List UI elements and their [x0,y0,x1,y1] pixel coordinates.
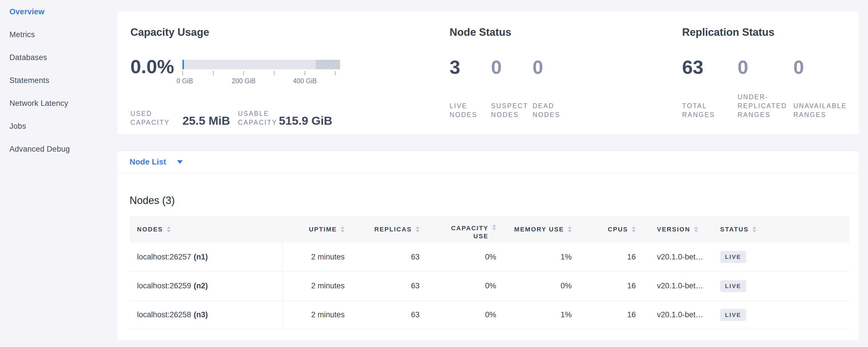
column-header-capacity-use[interactable]: CAPACITY USE [430,216,506,243]
status-cell: LIVE [716,272,849,301]
sort-icon[interactable] [694,226,698,232]
capacity-axis-labels: 0 GiB 200 GiB 400 GiB [183,77,340,86]
status-cell: LIVE [716,243,849,272]
sort-icon[interactable] [341,226,345,232]
version-cell: v20.1.0-bet… [646,272,716,301]
memory-use-cell: 0% [506,272,582,301]
node-address-cell: localhost:26257(n1) [129,243,282,272]
replication-status-section: Replication Status 63 0 0 TOTAL RANGES U… [682,26,859,134]
sort-icon[interactable] [492,224,496,230]
usable-capacity-value: 515.9 GiB [279,115,332,127]
column-header-cpus[interactable]: CPUS [582,216,646,243]
status-cell: LIVE [716,301,849,329]
sort-icon[interactable] [167,226,171,232]
nodes-table-header-row: NODES UPTIME REPLICAS CAPACITY USE MEMOR [129,216,849,243]
cluster-summary-panel: Capacity Usage 0.0% [117,11,860,134]
node-list-panel: Node List Nodes (3) NODES UPTIME [117,151,860,340]
node-address-cell: localhost:26259(n2) [129,272,282,301]
usable-capacity-label: USABLE CAPACITY [238,109,279,127]
node-address: localhost:26258 [137,310,191,319]
cpus-cell: 16 [582,301,646,329]
uptime-cell: 2 minutes [282,301,355,329]
capacity-usage-title: Capacity Usage [130,26,450,39]
capacity-usage-section: Capacity Usage 0.0% [130,26,450,134]
total-ranges-label: TOTAL RANGES [682,101,715,119]
replicas-cell: 63 [355,301,430,329]
replication-stats: 63 0 0 TOTAL RANGES UNDER- REPLICATED RA… [682,57,859,119]
capacity-use-cell: 0% [430,243,506,272]
nodes-count-heading: Nodes (3) [129,194,848,207]
column-label: UPTIME [309,226,337,233]
status-badge: LIVE [720,251,746,263]
node-name: (n1) [194,253,208,261]
dead-nodes-value: 0 [532,57,682,77]
sort-icon[interactable] [632,226,636,232]
node-row-n2: localhost:26259(n2) 2 minutes 63 0% 0% 1… [129,272,849,301]
node-status-section: Node Status 3 0 0 LIVE NODES SUSPECT NOD… [450,26,682,134]
node-list-dropdown-label[interactable]: Node List [129,157,166,166]
node-list-body: Nodes (3) NODES UPTIME RE [117,194,859,329]
sidebar-item-databases[interactable]: Databases [0,46,117,69]
sidebar-item-statements[interactable]: Statements [0,69,117,92]
sidebar: Overview Metrics Databases Statements Ne… [0,0,117,347]
column-header-replicas[interactable]: REPLICAS [355,216,430,243]
memory-use-cell: 1% [506,301,582,329]
cpus-cell: 16 [582,243,646,272]
uptime-cell: 2 minutes [282,272,355,301]
capacity-bar-used-segment [183,60,184,69]
node-address: localhost:26259 [137,282,191,290]
column-label: VERSION [657,226,690,233]
column-header-memory-use[interactable]: MEMORY USE [506,216,582,243]
sidebar-item-network-latency[interactable]: Network Latency [0,92,117,115]
capacity-gauge: 0.0% 0 GiB [130,56,450,86]
sort-icon[interactable] [752,226,756,232]
node-list-dropdown[interactable]: Node List [117,151,859,173]
column-label: MEMORY USE [514,226,564,233]
column-header-version[interactable]: VERSION [646,216,716,243]
live-nodes-value: 3 [450,57,491,77]
version-cell: v20.1.0-bet… [646,243,716,272]
node-address-cell: localhost:26258(n3) [129,301,282,329]
status-badge: LIVE [720,280,746,292]
node-row-n3: localhost:26258(n3) 2 minutes 63 0% 1% 1… [129,301,849,329]
unavailable-ranges-value: 0 [793,57,859,77]
column-header-nodes[interactable]: NODES [129,216,282,243]
memory-use-cell: 1% [506,243,582,272]
column-label: NODES [137,226,163,233]
node-name: (n2) [194,282,208,290]
capacity-bar-track [183,60,340,69]
dead-nodes-label: DEAD NODES [532,101,560,119]
cpus-cell: 16 [582,272,646,301]
column-header-uptime[interactable]: UPTIME [282,216,355,243]
live-nodes-label: LIVE NODES [450,101,477,119]
sort-icon[interactable] [568,226,572,232]
chevron-down-icon[interactable] [177,160,183,164]
status-badge: LIVE [720,309,746,321]
total-ranges-value: 63 [682,57,738,77]
nodes-table: NODES UPTIME REPLICAS CAPACITY USE MEMOR [129,216,849,329]
node-row-n1: localhost:26257(n1) 2 minutes 63 0% 1% 1… [129,243,849,272]
axis-label-0: 0 GiB [177,77,193,85]
replicas-cell: 63 [355,272,430,301]
column-header-status[interactable]: STATUS [716,216,849,243]
overview-page: Overview Metrics Databases Statements Ne… [0,0,868,347]
node-address: localhost:26257 [137,253,191,261]
suspect-nodes-label: SUSPECT NODES [491,101,528,119]
capacity-use-cell: 0% [430,272,506,301]
under-replicated-ranges-label: UNDER- REPLICATED RANGES [738,93,787,119]
node-status-stats: 3 0 0 LIVE NODES SUSPECT NODES DEAD NODE… [450,57,682,119]
capacity-bar: 0 GiB 200 GiB 400 GiB [183,60,340,86]
column-label: REPLICAS [374,226,412,233]
column-label: CAPACITY USE [445,224,489,240]
used-capacity-value: 25.5 MiB [183,115,238,127]
uptime-cell: 2 minutes [282,243,355,272]
sidebar-item-metrics[interactable]: Metrics [0,23,117,46]
suspect-nodes-value: 0 [491,57,532,77]
sidebar-item-advanced-debug[interactable]: Advanced Debug [0,137,117,160]
axis-label-200: 200 GiB [231,77,255,85]
column-label: STATUS [720,226,749,233]
sidebar-item-jobs[interactable]: Jobs [0,115,117,137]
sidebar-item-overview[interactable]: Overview [0,0,117,23]
capacity-axis-ticks [183,70,340,75]
sort-icon[interactable] [415,226,420,232]
